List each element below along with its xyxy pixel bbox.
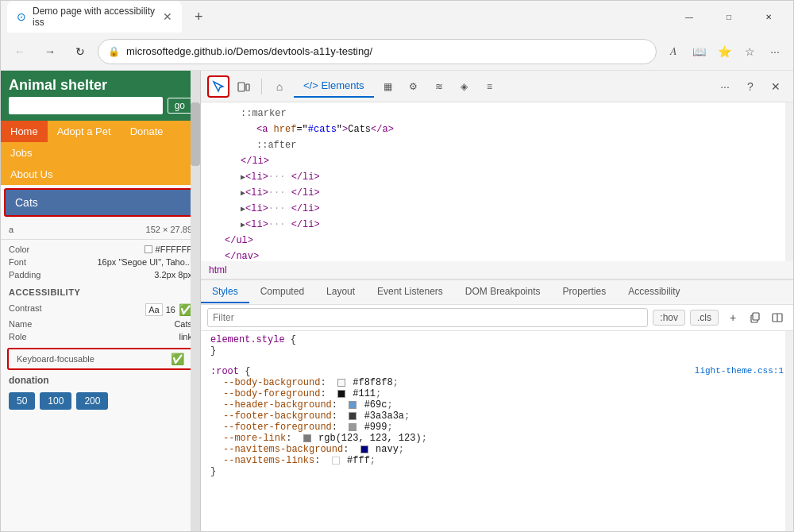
navitems-background-swatch [360,445,368,453]
donation-100-button[interactable]: 100 [40,392,71,410]
shelter-search-input[interactable] [9,97,163,114]
nav-donate-button[interactable]: Donate [121,121,173,142]
keyboard-focusable-check-icon: ✅ [171,353,184,365]
prop-color-value: #FFFFFF [145,245,192,254]
add-style-rule-icon[interactable]: + [723,308,742,327]
copy-styles-icon[interactable] [746,308,765,327]
separator-1 [261,79,262,94]
style-body-background: --body-background: #f8f8f8; [210,377,784,388]
shelter-title: Animal shelter [9,77,192,94]
tab-computed[interactable]: Computed [249,281,315,303]
webpage-scroll-thumb[interactable] [191,102,200,166]
nav-about-button[interactable]: About Us [1,164,200,185]
tab-dom-breakpoints[interactable]: DOM Breakpoints [454,281,552,303]
accessibility-section: Contrast Aa 16 ✅ Name Cats Role link [1,299,200,346]
collections-icon[interactable]: ☆ [738,40,761,64]
browser-menu-icon[interactable]: ··· [763,40,787,64]
devtools-topbar: ⌂ </> Elements ▦ ⚙ ≋ ◈ ≡ ··· ? ✕ [201,71,793,102]
browser-tab[interactable]: ⊙ Demo page with accessibility iss ✕ [7,1,182,33]
devtools-more-button[interactable]: ··· [714,75,736,98]
inspect-element-icon[interactable] [207,75,229,98]
tab-sources-icon[interactable]: ⚙ [403,75,425,98]
more-link-swatch [303,434,311,442]
maximize-button[interactable]: □ [711,4,747,29]
html-line-after: ::after [201,137,793,153]
tab-layout[interactable]: Layout [315,281,366,303]
forward-button[interactable]: → [37,39,63,64]
keyboard-focusable-label: Keyboard-focusable [17,354,94,364]
prop-padding-row: Padding 3.2px 8px [9,268,192,281]
prop-font-value: 16px "Segoe UI", Taho... [97,257,192,267]
main-content: Animal shelter go Home Adopt a Pet Donat… [1,71,793,531]
navitems-links-swatch [332,457,340,465]
styles-scrollbar[interactable] [785,331,793,531]
accessibility-section-title: ACCESSIBILITY [1,284,200,299]
refresh-button[interactable]: ↻ [67,39,93,64]
cls-button[interactable]: .cls [690,310,719,326]
elements-panel[interactable]: ::marker <a href="#cats">Cats</a> ::afte… [201,102,793,261]
tab-close-button[interactable]: ✕ [163,10,172,23]
a11y-name-value: Cats [174,319,192,329]
tab-performance-icon[interactable]: ◈ [453,75,476,98]
tab-elements[interactable]: </> Elements [294,75,374,98]
toggle-sidebar-icon[interactable] [768,308,787,327]
tab-console-icon[interactable]: ▦ [377,75,399,98]
hov-button[interactable]: :hov [653,310,685,326]
close-window-button[interactable]: ✕ [750,4,787,29]
root-selector: :root [210,366,239,377]
inspector-dimensions: 152 × 27.89 [146,225,192,234]
styles-tabs-bar: Styles Computed Layout Event Listeners D… [201,279,793,305]
styles-filter-input[interactable] [207,308,648,327]
devtools-help-button[interactable]: ? [739,75,761,98]
devtools-close-button[interactable]: ✕ [765,75,787,98]
style-footer-foreground: --footer-foreground: #999; [210,422,784,433]
footer-foreground-swatch [349,423,357,431]
nav-adopt-button[interactable]: Adopt a Pet [48,121,121,142]
webpage-preview: Animal shelter go Home Adopt a Pet Donat… [1,71,201,531]
cats-selected-item[interactable]: Cats [4,188,197,217]
back-button[interactable]: ← [7,39,33,64]
nav-home-button[interactable]: Home [1,121,48,142]
svg-rect-1 [246,84,249,91]
html-line-li-close: </li> [201,153,793,169]
window-controls: — □ ✕ [671,4,787,29]
styles-panel[interactable]: element.style { } light-theme.css:1 :roo… [201,331,793,531]
html-line-a: <a href="#cats">Cats</a> [201,121,793,137]
contrast-aa-badge: Aa [145,303,162,316]
tab-network-icon[interactable]: ≋ [428,75,450,98]
svg-rect-3 [753,313,759,320]
filter-icon-group: + [723,308,787,327]
new-tab-button[interactable]: + [188,6,210,29]
tab-properties[interactable]: Properties [552,281,618,303]
a11y-role-row: Role link [9,330,192,343]
tab-event-listeners[interactable]: Event Listeners [366,281,454,303]
homepage-icon[interactable]: ⌂ [268,75,291,98]
nav-jobs-button[interactable]: Jobs [1,142,41,164]
tab-accessibility[interactable]: Accessibility [617,281,691,303]
style-body-foreground: --body-foreground: #111; [210,388,784,399]
element-style-selector: element.style [210,334,285,345]
tab-styles[interactable]: Styles [201,281,249,303]
read-view-icon[interactable]: 📖 [687,40,711,64]
donation-200-button[interactable]: 200 [76,392,108,410]
source-link-light-theme[interactable]: light-theme.css:1 [695,366,784,376]
minimize-button[interactable]: — [671,4,707,29]
breadcrumb-html-tag[interactable]: html [209,264,227,276]
tab-more-icon[interactable]: ≡ [479,75,501,98]
favorites-icon[interactable]: ⭐ [712,40,736,64]
a11y-name-row: Name Cats [9,318,192,330]
url-bar[interactable]: 🔒 microsoftedge.github.io/Demos/devtools… [98,39,657,64]
webpage-scrollbar[interactable] [191,71,200,531]
shelter-search-button[interactable]: go [168,98,192,114]
device-mode-icon[interactable] [233,75,255,98]
html-line-nav-close: </nav> [201,249,793,261]
donation-50-button[interactable]: 50 [9,392,35,410]
translate-icon[interactable]: 𝐴 [661,40,685,64]
styles-filter-row: :hov .cls + [201,305,793,331]
html-line-li-3: ▶<li>··· </li> [201,201,793,217]
html-line-li-2: ▶<li>··· </li> [201,185,793,201]
elements-scrollbar[interactable] [785,102,793,261]
donation-buttons: 50 100 200 [1,389,200,413]
shelter-search: go [9,97,192,114]
inspector-element-tag: a [9,225,13,234]
